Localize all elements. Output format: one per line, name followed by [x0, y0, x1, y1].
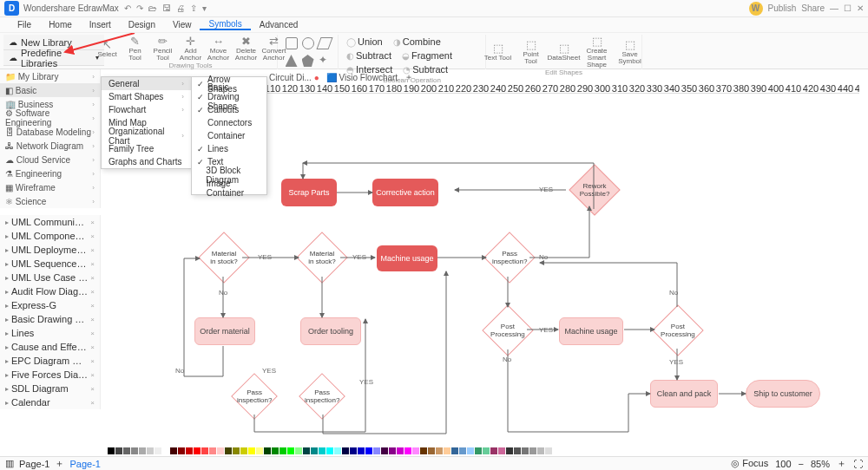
qa-export-icon[interactable]: ⇪ [190, 3, 197, 13]
edit-2[interactable]: ⬚DataSheet [549, 35, 579, 69]
predefine-libraries-button[interactable]: ☁ Predefine Libraries ▾ [3, 50, 104, 66]
swatch[interactable] [342, 447, 349, 454]
swatch[interactable] [436, 447, 443, 454]
sub2-lines[interactable]: ✓Lines [192, 142, 266, 155]
tool-5[interactable]: ✖Delete Anchor [234, 35, 259, 62]
swatch[interactable] [389, 447, 396, 454]
swatch[interactable] [373, 447, 380, 454]
node-matstock1[interactable]: Material in stock? [198, 232, 249, 283]
node-ship[interactable]: Ship to customer [746, 380, 820, 408]
node-postproc1[interactable]: Post Processing [482, 304, 533, 356]
swatch[interactable] [506, 447, 513, 454]
shape-circle-icon[interactable] [302, 37, 314, 49]
node-scrap-parts[interactable]: Scrap Parts [281, 179, 337, 206]
swatch[interactable] [311, 447, 318, 454]
swatch[interactable] [287, 447, 294, 454]
swatch[interactable] [365, 447, 372, 454]
status-thumb-icon[interactable]: ▥ [5, 458, 14, 469]
edit-4[interactable]: ⬚Save Symbol [615, 35, 645, 69]
shape-para-icon[interactable] [316, 37, 332, 49]
node-matstock2[interactable]: Material in stock? [296, 232, 347, 283]
lib-item-7[interactable]: ▸Basic Drawing Shapes× [0, 312, 100, 326]
swatch[interactable] [475, 447, 482, 454]
edit-1[interactable]: ⬚Point Tool [516, 35, 546, 69]
swatch[interactable] [295, 447, 302, 454]
cat-wireframe[interactable]: ▦ Wireframe› [0, 180, 100, 194]
node-passinsp1[interactable]: Pass inspection? [483, 232, 535, 283]
tab-visio[interactable]: 🟦 Visio Flowchart [326, 73, 398, 82]
menu-file[interactable]: File [9, 20, 40, 29]
swatch[interactable] [326, 447, 333, 454]
swatch[interactable] [186, 447, 193, 454]
swatch[interactable] [451, 447, 458, 454]
cat-my library[interactable]: 📁 My Library› [0, 69, 100, 83]
swatch[interactable] [428, 447, 435, 454]
swatch[interactable] [217, 447, 224, 454]
tab-add-icon[interactable]: ＋ [404, 71, 413, 83]
lib-item-2[interactable]: ▸UML Deployment Diagram× [0, 243, 100, 257]
bool-subtract[interactable]: ◐ Subtract [341, 49, 397, 62]
swatch[interactable] [334, 447, 341, 454]
sub2-connectors[interactable]: Connectors [192, 116, 266, 129]
swatch[interactable] [537, 447, 544, 454]
lib-item-6[interactable]: ▸Express-G× [0, 298, 100, 312]
shape-rect-icon[interactable] [286, 37, 298, 49]
swatch[interactable] [115, 447, 122, 454]
menu-view[interactable]: View [164, 20, 201, 29]
swatch[interactable] [162, 447, 169, 454]
swatch[interactable] [248, 447, 255, 454]
swatch[interactable] [350, 447, 357, 454]
cat-basic[interactable]: ◧ Basic› [0, 83, 100, 97]
swatch[interactable] [194, 447, 201, 454]
cat-engineering[interactable]: ⚗ Engineering› [0, 166, 100, 180]
bool-fragment[interactable]: ◒ Fragment [397, 49, 457, 62]
node-postproc2[interactable]: Post Processing [652, 304, 703, 356]
sub2-basic drawing shapes[interactable]: ✓Basic Drawing Shapes [192, 90, 266, 103]
qa-folder-icon[interactable]: 🗁 [148, 3, 157, 13]
sub1-smart shapes[interactable]: Smart Shapes› [102, 90, 191, 103]
node-machine2[interactable]: Machine usage [559, 317, 623, 345]
cat-science[interactable]: ⚛ Science› [0, 194, 100, 208]
shape-star-icon[interactable]: ✦ [319, 55, 331, 67]
sub1-flowchart[interactable]: Flowchart› [102, 103, 191, 116]
focus-icon[interactable]: ◎ Focus [731, 458, 768, 469]
tool-1[interactable]: ✎Pen Tool [123, 35, 148, 62]
swatch[interactable] [303, 447, 310, 454]
menu-home[interactable]: Home [40, 20, 81, 29]
lib-item-3[interactable]: ▸UML Sequence Diagram× [0, 257, 100, 271]
qa-drop-icon[interactable]: ▾ [202, 3, 207, 13]
submenu-basic[interactable]: General›Smart Shapes›Flowchart›Mind MapO… [101, 76, 192, 169]
swatch[interactable] [233, 447, 240, 454]
status-add-page-icon[interactable]: ＋ [55, 457, 64, 470]
node-rework[interactable]: Rework Possible? [569, 164, 620, 215]
user-badge[interactable]: W [749, 2, 763, 16]
cat-software engineering[interactable]: ⚙ Software Engineering› [0, 111, 100, 125]
swatch[interactable] [209, 447, 216, 454]
fit-icon[interactable]: ⛶ [853, 459, 863, 469]
edit-0[interactable]: ⬚Text Tool [483, 35, 513, 69]
swatch[interactable] [170, 447, 177, 454]
swatch[interactable] [123, 447, 130, 454]
maximize-icon[interactable]: ☐ [844, 3, 852, 13]
swatch[interactable] [545, 447, 552, 454]
cat-database modeling[interactable]: 🗄 Database Modeling› [0, 125, 100, 139]
node-passinsp2[interactable]: Pass inspection? [231, 373, 278, 420]
swatch[interactable] [514, 447, 521, 454]
swatch[interactable] [412, 447, 419, 454]
node-order-tooling[interactable]: Order tooling [300, 317, 361, 345]
sub1-organizational chart[interactable]: Organizational Chart› [102, 129, 191, 142]
swatch[interactable] [529, 447, 536, 454]
status-page[interactable]: Page-1 [19, 459, 49, 469]
zoom-in-icon[interactable]: ＋ [837, 457, 846, 470]
node-passinsp3[interactable]: Pass inspection? [299, 373, 345, 420]
cat-cloud service[interactable]: ☁ Cloud Service› [0, 153, 100, 166]
node-order-material[interactable]: Order material [194, 317, 255, 345]
swatch[interactable] [178, 447, 185, 454]
lib-item-5[interactable]: ▸Audit Flow Diagram× [0, 284, 100, 298]
swatch[interactable] [264, 447, 271, 454]
menu-design[interactable]: Design [120, 20, 164, 29]
shape-tri-icon[interactable] [286, 55, 298, 67]
swatch[interactable] [490, 447, 497, 454]
node-clean[interactable]: Clean and pack [650, 380, 718, 408]
tool-2[interactable]: ✏Pencil Tool [151, 35, 175, 62]
